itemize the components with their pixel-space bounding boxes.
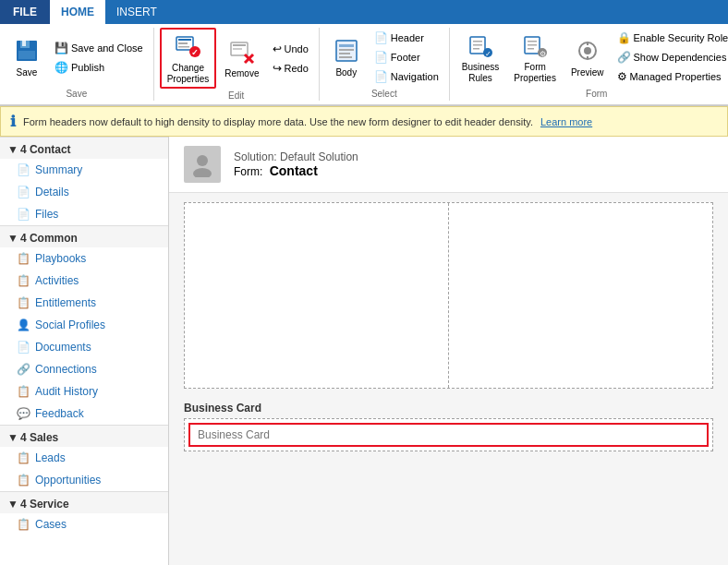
select-group-items: Body 📄 Header 📄 Footer 📄 Navigation <box>325 28 443 87</box>
summary-label: Summary <box>35 163 82 176</box>
body-button[interactable]: Body <box>325 33 368 81</box>
managed-properties-button[interactable]: ⚙ Managed Properties <box>613 67 728 86</box>
sidebar-item-summary[interactable]: 📄 Summary <box>0 159 168 181</box>
form-header-info: Solution: Default Solution Form: Contact <box>234 150 358 178</box>
svg-rect-27 <box>528 41 537 42</box>
form-header: Solution: Default Solution Form: Contact <box>169 137 728 193</box>
svg-rect-16 <box>339 44 354 47</box>
cases-icon: 📋 <box>16 517 30 532</box>
sidebar-item-audit-history[interactable]: 📋 Audit History <box>0 380 168 403</box>
sidebar-section-service: ▼ 4 Service <box>0 491 168 513</box>
show-dependencies-button[interactable]: 🔗 Show Dependencies <box>613 48 728 66</box>
svg-rect-19 <box>339 56 352 58</box>
service-header-label: 4 Service <box>20 498 69 511</box>
form-main-section <box>184 202 713 389</box>
cases-label: Cases <box>35 518 67 531</box>
svg-rect-17 <box>339 49 354 51</box>
sales-header-label: 4 Sales <box>20 431 58 444</box>
business-rules-icon: ✓ <box>466 30 495 60</box>
svg-rect-12 <box>233 48 242 50</box>
activities-label: Activities <box>35 274 79 287</box>
svg-rect-5 <box>178 39 191 41</box>
ribbon-group-form: ✓ BusinessRules ⚙ FormProperties Preview <box>450 28 728 101</box>
sidebar-item-entitlements[interactable]: 📋 Entitlements <box>0 292 168 314</box>
connections-icon: 🔗 <box>16 362 30 377</box>
sidebar-item-feedback[interactable]: 💬 Feedback <box>0 403 168 425</box>
svg-rect-21 <box>473 41 482 42</box>
redo-button[interactable]: ↪ Redo <box>268 59 313 78</box>
sidebar-item-opportunities[interactable]: 📋 Opportunities <box>0 469 168 491</box>
main-area: ▼ 4 Contact 📄 Summary 📄 Details 📄 Files … <box>0 137 728 565</box>
ribbon-group-save: Save 💾 Save and Close 🌐 Publish Save <box>0 28 154 101</box>
contact-header-label: 4 Contact <box>20 143 71 156</box>
common-header-label: 4 Common <box>20 232 78 245</box>
sidebar-item-social-profiles[interactable]: 👤 Social Profiles <box>0 314 168 336</box>
details-icon: 📄 <box>16 185 30 199</box>
business-card-input[interactable] <box>188 423 709 447</box>
managed-properties-label: Managed Properties <box>630 71 722 82</box>
playbooks-label: Playbooks <box>35 252 86 265</box>
sidebar-item-documents[interactable]: 📄 Documents <box>0 336 168 358</box>
sidebar-item-playbooks[interactable]: 📋 Playbooks <box>0 247 168 270</box>
change-properties-label: ChangeProperties <box>167 63 210 85</box>
managed-icon: ⚙ <box>617 70 627 83</box>
security-deps-stack: 🔒 Enable Security Roles 🔗 Show Dependenc… <box>613 29 728 86</box>
sidebar-item-connections[interactable]: 🔗 Connections <box>0 358 168 380</box>
preview-button[interactable]: Preview <box>564 33 611 81</box>
form-properties-button[interactable]: ⚙ FormProperties <box>507 28 563 87</box>
navigation-button[interactable]: 📄 Navigation <box>370 67 443 86</box>
form-column-left <box>185 203 449 388</box>
undo-button[interactable]: ↩ Undo <box>268 40 313 58</box>
summary-icon: 📄 <box>16 162 30 177</box>
undo-icon: ↩ <box>273 42 282 55</box>
sidebar-item-activities[interactable]: 📋 Activities <box>0 270 168 292</box>
svg-rect-7 <box>178 46 189 48</box>
playbooks-icon: 📋 <box>16 251 30 266</box>
form-group-label: Form <box>455 87 728 101</box>
change-properties-icon: ✓ <box>173 31 202 61</box>
ribbon-tab-bar: FILE HOME INSERT <box>0 0 728 24</box>
leads-icon: 📋 <box>16 451 30 465</box>
svg-point-40 <box>193 168 212 177</box>
tab-file[interactable]: FILE <box>0 0 50 24</box>
svg-rect-11 <box>233 44 246 46</box>
sidebar-item-leads[interactable]: 📋 Leads <box>0 447 168 469</box>
form-name: Contact <box>270 163 318 178</box>
body-icon <box>332 36 361 66</box>
publish-button[interactable]: 🌐 Publish <box>50 58 148 77</box>
sidebar-item-cases[interactable]: 📋 Cases <box>0 513 168 535</box>
svg-rect-23 <box>473 48 479 50</box>
save-group-label: Save <box>6 87 148 101</box>
form-properties-label: FormProperties <box>514 62 556 84</box>
sidebar-item-files[interactable]: 📄 Files <box>0 203 168 225</box>
business-card-label: Business Card <box>184 398 713 418</box>
save-close-button[interactable]: 💾 Save and Close <box>50 39 148 57</box>
svg-text:✓: ✓ <box>485 50 491 58</box>
info-message: Form headers now default to high density… <box>23 116 533 127</box>
svg-rect-6 <box>178 42 188 44</box>
form-label-row: Form: Contact <box>234 163 358 178</box>
footer-button[interactable]: 📄 Footer <box>370 48 443 66</box>
audit-history-label: Audit History <box>35 385 98 398</box>
change-properties-button[interactable]: ✓ ChangeProperties <box>160 28 217 89</box>
svg-rect-28 <box>528 44 537 46</box>
learn-more-link[interactable]: Learn more <box>540 116 592 127</box>
business-rules-button[interactable]: ✓ BusinessRules <box>455 28 506 87</box>
form-properties-icon: ⚙ <box>520 30 550 60</box>
header-footer-stack: 📄 Header 📄 Footer 📄 Navigation <box>370 29 443 86</box>
select-group-label: Select <box>325 87 443 101</box>
header-button[interactable]: 📄 Header <box>370 29 443 47</box>
business-card-group: Business Card <box>184 398 713 451</box>
enable-security-button[interactable]: 🔒 Enable Security Roles <box>613 29 728 47</box>
show-dependencies-label: Show Dependencies <box>634 52 727 63</box>
tab-home[interactable]: HOME <box>50 0 105 24</box>
save-button[interactable]: Save <box>6 33 48 81</box>
sidebar-item-details[interactable]: 📄 Details <box>0 181 168 203</box>
documents-icon: 📄 <box>16 340 30 355</box>
tab-insert[interactable]: INSERT <box>105 0 168 24</box>
save-close-icon: 💾 <box>55 42 68 54</box>
preview-icon <box>573 36 602 66</box>
remove-button[interactable]: Remove <box>218 34 265 82</box>
svg-rect-2 <box>22 41 26 46</box>
remove-icon <box>227 37 257 66</box>
